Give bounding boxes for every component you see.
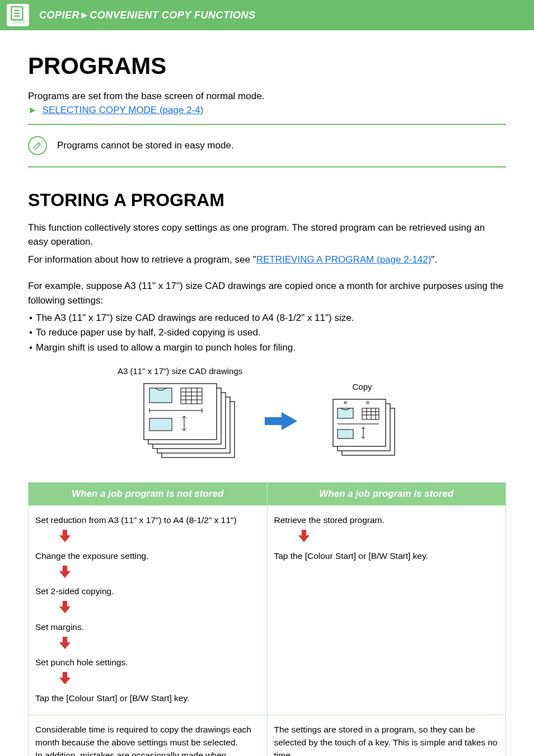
svg-marker-47 [59, 642, 71, 649]
svg-point-29 [367, 402, 369, 404]
diagram-caption-left: A3 (11" x 17") size CAD drawings [118, 366, 506, 376]
svg-rect-37 [338, 430, 353, 438]
arrow-right-icon [261, 410, 301, 435]
note-text: Programs cannot be stored in easy mode. [57, 140, 234, 151]
svg-rect-50 [302, 530, 306, 535]
step-text: Tap the [Colour Start] or [B/W Start] ke… [35, 692, 260, 704]
triangle-bullet-icon: ► [28, 105, 38, 115]
intro-text: Programs are set from the base screen of… [28, 90, 506, 104]
step-text: Set 2-sided copying. [35, 585, 260, 598]
table-cell-right-footer: The settings are stored in a program, so… [267, 715, 506, 756]
down-arrow-icon [58, 637, 260, 652]
svg-point-28 [344, 402, 346, 404]
down-arrow-icon [58, 601, 260, 617]
svg-rect-27 [333, 399, 386, 446]
svg-rect-40 [63, 530, 67, 535]
bullet-item: The A3 (11" x 17") size CAD drawings are… [28, 311, 506, 325]
bullet-item: To reduce paper use by half, 2-sided cop… [28, 325, 506, 340]
table-header-left: When a job program is not stored [29, 483, 268, 506]
svg-marker-41 [59, 535, 71, 542]
page-content: PROGRAMS Programs are set from the base … [0, 30, 534, 756]
para2-suffix: ". [431, 254, 437, 265]
diagram-caption-right: Copy [323, 382, 401, 391]
copy-output-block: Copy [323, 382, 401, 463]
example-block: For example, suppose A3 (11" x 17") size… [28, 279, 506, 355]
paragraph-2: For information about how to retrieve a … [28, 253, 506, 267]
note-row: Programs cannot be stored in easy mode. [28, 133, 506, 158]
table-cell-left-steps: Set reduction from A3 (11" x 17") to A4 … [29, 506, 268, 715]
svg-rect-44 [63, 601, 67, 606]
selecting-copy-mode-link[interactable]: SELECTING COPY MODE (page 2-4) [43, 105, 204, 115]
step-text: Change the exposure setting. [35, 549, 260, 562]
svg-marker-51 [298, 535, 310, 542]
table-cell-right-steps: Retrieve the stored program. Tap the [Co… [267, 506, 506, 715]
copier-icon [7, 4, 29, 26]
para2-prefix: For information about how to retrieve a … [28, 254, 256, 265]
breadcrumb-sep: ► [79, 10, 90, 21]
example-intro: For example, suppose A3 (11" x 17") size… [28, 279, 506, 307]
step-text: Tap the [Colour Start] or [B/W Start] ke… [274, 549, 499, 562]
bullet-list: The A3 (11" x 17") size CAD drawings are… [28, 311, 506, 355]
cad-stack-large-icon [133, 379, 239, 465]
down-arrow-icon [297, 530, 499, 545]
header-bar: COPIER►CONVENIENT COPY FUNCTIONS [0, 0, 534, 30]
link-line: ► SELECTING COPY MODE (page 2-4) [28, 105, 506, 116]
retrieving-program-link[interactable]: RETRIEVING A PROGRAM (page 2-142) [256, 254, 432, 265]
diagram-area: A3 (11" x 17") size CAD drawings [28, 366, 506, 465]
svg-rect-4 [13, 20, 25, 24]
svg-rect-46 [63, 637, 67, 642]
step-text: Set margins. [35, 620, 260, 633]
paragraph-1: This function collectively stores copy s… [28, 221, 506, 249]
down-arrow-icon [58, 672, 260, 688]
svg-rect-18 [149, 418, 172, 431]
svg-marker-49 [59, 678, 71, 684]
breadcrumb-child: CONVENIENT COPY FUNCTIONS [90, 10, 255, 21]
breadcrumb-parent: COPIER [39, 10, 79, 21]
table-cell-left-footer: Considerable time is required to copy th… [29, 715, 268, 756]
svg-rect-42 [63, 566, 67, 571]
svg-rect-48 [63, 672, 67, 678]
divider [28, 124, 506, 125]
svg-marker-43 [59, 571, 71, 578]
step-text: Set reduction from A3 (11" x 17") to A4 … [35, 514, 260, 526]
divider [28, 166, 506, 167]
comparison-table: When a job program is not stored When a … [28, 482, 506, 756]
table-header-right: When a job program is stored [267, 483, 506, 506]
svg-rect-23 [265, 417, 282, 425]
page-title: PROGRAMS [28, 53, 506, 80]
breadcrumb: COPIER►CONVENIENT COPY FUNCTIONS [39, 10, 256, 21]
pencil-note-icon [28, 136, 47, 155]
svg-marker-45 [59, 606, 71, 613]
down-arrow-icon [58, 566, 260, 581]
step-text: Retrieve the stored program. [274, 514, 499, 526]
svg-marker-24 [282, 412, 297, 430]
section-title: STORING A PROGRAM [28, 190, 506, 211]
step-text: Set punch hole settings. [35, 656, 260, 669]
down-arrow-icon [58, 530, 260, 545]
bullet-item: Margin shift is used to allow a margin t… [28, 340, 506, 355]
